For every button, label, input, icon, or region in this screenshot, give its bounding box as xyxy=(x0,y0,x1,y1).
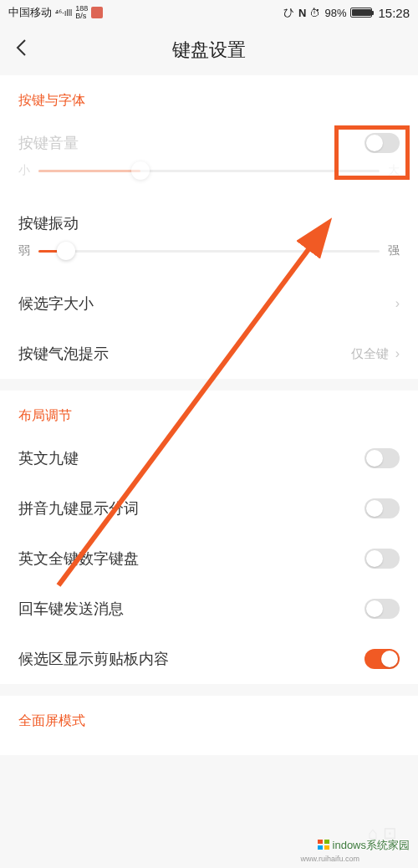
key-sound-toggle[interactable] xyxy=(364,133,400,153)
en-9key-toggle[interactable] xyxy=(364,448,400,468)
pinyin-9key-label: 拼音九键显示分词 xyxy=(18,498,139,518)
clock: 15:28 xyxy=(378,6,410,20)
bubble-hint-value: 仅全键 xyxy=(351,346,389,362)
bubble-hint-row[interactable]: 按键气泡提示 仅全键 › xyxy=(0,329,418,379)
key-sound-row: 按键音量 xyxy=(0,118,418,160)
en-full-num-row: 英文全键数字键盘 xyxy=(0,534,418,584)
status-right: ひ N ⏱ 98% 15:28 xyxy=(283,5,410,20)
watermark-text: indows系统家园 xyxy=(333,838,410,853)
clipboard-row: 候选区显示剪贴板内容 xyxy=(0,634,418,684)
windows-logo-icon xyxy=(318,840,331,851)
status-bar: 中国移动 ⁴⁶·ılll 188 B/s ひ N ⏱ 98% 15:28 xyxy=(0,0,418,25)
status-left: 中国移动 ⁴⁶·ılll 188 B/s xyxy=(8,5,103,20)
section-keys-fonts: 按键与字体 xyxy=(0,75,418,118)
signal-icon: ⁴⁶·ılll xyxy=(55,8,72,18)
slider-min-label: 小 xyxy=(18,163,30,178)
carrier-label: 中国移动 xyxy=(8,5,52,20)
enter-send-label: 回车键发送消息 xyxy=(18,599,124,619)
candidate-size-label: 候选字大小 xyxy=(18,294,94,314)
section-layout: 布局调节 xyxy=(0,391,418,433)
watermark: indows系统家园 xyxy=(318,838,410,853)
en-full-num-toggle[interactable] xyxy=(364,549,400,569)
key-vibrate-label: 按键振动 xyxy=(18,213,79,233)
pinyin-9key-row: 拼音九键显示分词 xyxy=(0,483,418,534)
section-fullscreen: 全面屏模式 xyxy=(0,696,418,755)
clipboard-toggle[interactable] xyxy=(364,649,400,669)
candidate-size-row[interactable]: 候选字大小 › xyxy=(0,273,418,329)
slider-max-label: 强 xyxy=(388,243,400,258)
battery-icon xyxy=(350,8,372,18)
alarm-icon: ⏱ xyxy=(309,7,320,19)
key-sound-label: 按键音量 xyxy=(18,133,79,153)
watermark-url: www.ruihaifu.com xyxy=(300,855,359,863)
en-9key-row: 英文九键 xyxy=(0,433,418,483)
clipboard-label: 候选区显示剪贴板内容 xyxy=(18,649,169,669)
network-speed: 188 B/s xyxy=(75,5,88,20)
chevron-right-icon: › xyxy=(395,346,400,361)
pinyin-9key-toggle[interactable] xyxy=(364,498,400,518)
enter-send-row: 回车键发送消息 xyxy=(0,584,418,634)
key-sound-slider[interactable] xyxy=(38,170,380,172)
nav-bar: 键盘设置 xyxy=(0,25,418,75)
chevron-right-icon: › xyxy=(395,296,400,311)
enter-send-toggle[interactable] xyxy=(364,599,400,619)
slider-min-label: 弱 xyxy=(18,243,30,258)
chevron-left-icon xyxy=(15,38,27,57)
key-sound-slider-row: 小 大 xyxy=(0,160,418,193)
eyecare-icon: ひ xyxy=(283,5,294,20)
battery-percent: 98% xyxy=(324,7,346,19)
key-vibrate-slider-row: 弱 强 xyxy=(0,240,418,273)
en-9key-label: 英文九键 xyxy=(18,448,79,468)
en-full-num-label: 英文全键数字键盘 xyxy=(18,549,139,569)
key-vibrate-slider[interactable] xyxy=(38,250,380,253)
notification-icon xyxy=(91,7,103,18)
slider-max-label: 大 xyxy=(388,163,400,178)
bubble-hint-label: 按键气泡提示 xyxy=(18,344,109,364)
back-button[interactable] xyxy=(15,38,27,62)
key-vibrate-row: 按键振动 xyxy=(0,193,418,240)
page-title: 键盘设置 xyxy=(172,38,246,63)
nfc-icon: N xyxy=(298,7,305,19)
